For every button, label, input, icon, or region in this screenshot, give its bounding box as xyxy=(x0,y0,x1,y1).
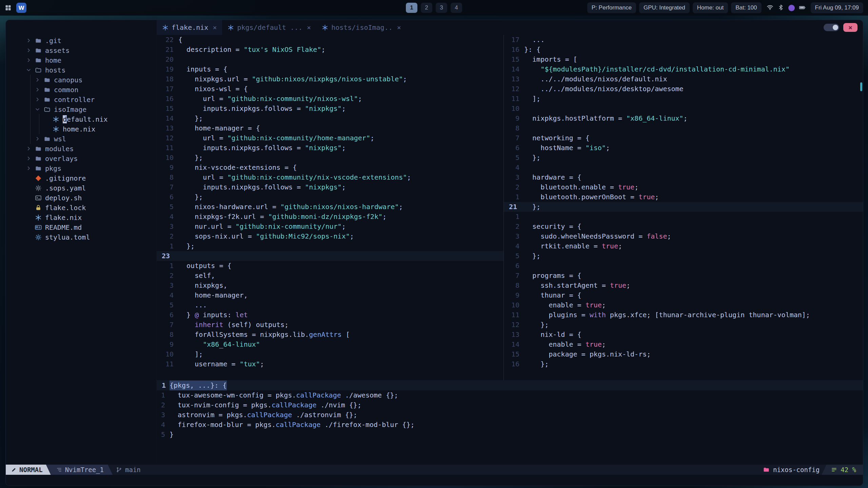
tree-item-label: isoImage xyxy=(54,105,86,114)
code-line: 7 programs = { xyxy=(504,271,863,281)
code-line: 17 nixos-wsl = { xyxy=(157,84,504,94)
code-line: 4 nixpkgs-f2k.url = "github:moni-dz/nixp… xyxy=(157,212,504,222)
workspace-button-4[interactable]: 4 xyxy=(451,3,462,13)
code-line: 3 sudo.wheelNeedsPassword = false; xyxy=(504,231,863,241)
tab-label: hosts/isoImag.. xyxy=(331,23,393,32)
code-line: 5 }; xyxy=(504,153,863,163)
code-line: 2 security = { xyxy=(504,222,863,231)
tree-item-label: wsl xyxy=(54,135,66,143)
code-line: 16 url = "github:nix-community/nixos-wsl… xyxy=(157,94,504,104)
tree-item-label: .gitignore xyxy=(45,174,86,182)
tree-item-home.nix[interactable]: home.nix xyxy=(6,124,156,134)
tree-item-pkgs[interactable]: pkgs xyxy=(6,163,156,173)
tree-item-isoImage[interactable]: isoImage xyxy=(6,104,156,114)
tree-item-default.nix[interactable]: default.nix xyxy=(6,114,156,124)
code-line: 6 } @ inputs: let xyxy=(157,310,504,320)
tree-buffer-icon xyxy=(56,467,62,473)
cmdline xyxy=(6,475,863,486)
tree-item-common[interactable]: common xyxy=(6,85,156,95)
code-line: 21 }; xyxy=(504,202,863,212)
system-module: P: Performance xyxy=(587,2,636,13)
code-line: 8 forAllSystems = nixpkgs.lib.genAttrs [ xyxy=(157,330,504,340)
code-line: 1 outputs = { xyxy=(157,261,504,271)
code-line: 12 ../../modules/nixos/desktop/awesome xyxy=(504,84,863,94)
code-line: 10 xyxy=(504,104,863,114)
close-icon[interactable]: × xyxy=(213,23,217,32)
system-bar: W 1234 P: PerformanceGPU: IntegratedHome… xyxy=(0,0,868,16)
tree-item-canopus[interactable]: canopus xyxy=(6,75,156,85)
editor-pane-flake[interactable]: 22{21 description = "tux's NixOS Flake";… xyxy=(157,35,504,380)
tree-item-controller[interactable]: controller xyxy=(6,95,156,104)
tree-item-flake.nix[interactable]: flake.nix xyxy=(6,212,156,222)
tree-item-modules[interactable]: modules xyxy=(6,144,156,154)
tree-item-hosts[interactable]: hosts xyxy=(6,65,156,75)
file-tree[interactable]: .gitassetshomehostscanopuscommoncontroll… xyxy=(6,35,157,465)
nix-icon xyxy=(322,24,328,31)
tree-item-stylua.toml[interactable]: stylua.toml xyxy=(6,232,156,242)
tree-item-.git[interactable]: .git xyxy=(6,36,156,45)
git-branch: main xyxy=(116,465,141,475)
code-line: 1 tux-awesome-wm-config = pkgs.callPacka… xyxy=(157,390,863,400)
workspace-button-1[interactable]: 1 xyxy=(406,3,417,13)
workspace-button-3[interactable]: 3 xyxy=(436,3,447,13)
tree-item-label: canopus xyxy=(54,76,82,84)
nix-icon xyxy=(53,116,59,123)
tree-item-flake.lock[interactable]: flake.lock xyxy=(6,203,156,212)
chevron-down-icon xyxy=(26,67,35,73)
code-line: 6 hostName = "iso"; xyxy=(504,143,863,153)
tree-item-label: modules xyxy=(45,145,74,153)
tree-item-label: .sops.yaml xyxy=(45,184,86,192)
nix-icon xyxy=(228,24,234,31)
workspace-button-2[interactable]: 2 xyxy=(421,3,432,13)
tab-pkgs/default ...[interactable]: pkgs/default ...× xyxy=(222,20,316,35)
code-line: 9 thunar = { xyxy=(504,290,863,300)
editor-pane-pkgs[interactable]: 1{pkgs, ...}: {1 tux-awesome-wm-config =… xyxy=(157,381,863,465)
app-launcher-icon[interactable] xyxy=(5,4,12,11)
code-line: 1 xyxy=(504,212,863,222)
chevron-right-icon xyxy=(26,156,35,161)
tree-item-deploy.sh[interactable]: deploy.sh xyxy=(6,193,156,203)
folder-icon xyxy=(44,136,51,142)
editor-splits: 22{21 description = "tux's NixOS Flake";… xyxy=(157,35,863,465)
block-cursor: d xyxy=(63,115,67,123)
nix-icon xyxy=(162,24,169,31)
code-line: 2 sops-nix.url = "github:Mic92/sops-nix"… xyxy=(157,231,504,241)
code-line: 13 home-manager = { xyxy=(157,123,504,133)
folder-icon xyxy=(44,86,51,93)
project-label: nixos-config xyxy=(773,466,820,473)
code-line: 12 }; xyxy=(504,320,863,330)
tree-item-.gitignore[interactable]: .gitignore xyxy=(6,173,156,183)
code-line: 12 url = "github:nix-community/home-mana… xyxy=(157,133,504,143)
tree-item-README.md[interactable]: README.md xyxy=(6,222,156,232)
tab-hosts/isoImag..[interactable]: hosts/isoImag..× xyxy=(316,20,407,35)
wm-logo-icon[interactable]: W xyxy=(16,3,26,13)
terminal-window: flake.nix×pkgs/default ...×hosts/isoImag… xyxy=(5,20,863,486)
bar-left-cluster: W xyxy=(5,3,26,13)
folder-icon xyxy=(44,77,51,83)
tree-item-wsl[interactable]: wsl xyxy=(6,134,156,144)
tree-item-home[interactable]: home xyxy=(6,55,156,65)
tree-item-label: flake.nix xyxy=(45,214,82,222)
workspace-switcher: 1234 xyxy=(406,3,462,13)
tree-item-.sops.yaml[interactable]: .sops.yaml xyxy=(6,183,156,193)
close-icon[interactable]: × xyxy=(307,23,311,32)
code-line: 14 }; xyxy=(157,114,504,123)
scrollbar-thumb[interactable] xyxy=(860,82,862,91)
folder-icon xyxy=(44,96,51,103)
tree-item-label: assets xyxy=(45,46,70,55)
editor-pane-iso[interactable]: 17 ...16}: {15 imports = [14 "${modulesP… xyxy=(504,35,863,380)
code-line: 3 astronvim = pkgs.callPackage ./astronv… xyxy=(157,410,863,420)
window-toggle-button[interactable] xyxy=(824,24,839,31)
tree-item-overlays[interactable]: overlays xyxy=(6,154,156,163)
chevron-right-icon xyxy=(26,146,35,151)
editor-main: .gitassetshomehostscanopuscommoncontroll… xyxy=(6,35,863,465)
tree-item-assets[interactable]: assets xyxy=(6,45,156,55)
code-line: 5} xyxy=(157,430,863,440)
close-icon[interactable]: × xyxy=(397,23,401,32)
window-close-button[interactable]: × xyxy=(843,23,857,32)
code-line: 15 inputs.nixpkgs.follows = "nixpkgs"; xyxy=(157,104,504,114)
tab-flake.nix[interactable]: flake.nix× xyxy=(157,20,222,35)
folder-icon xyxy=(35,37,42,44)
code-line: 10 ]; xyxy=(157,349,504,359)
lines-icon xyxy=(831,467,837,473)
